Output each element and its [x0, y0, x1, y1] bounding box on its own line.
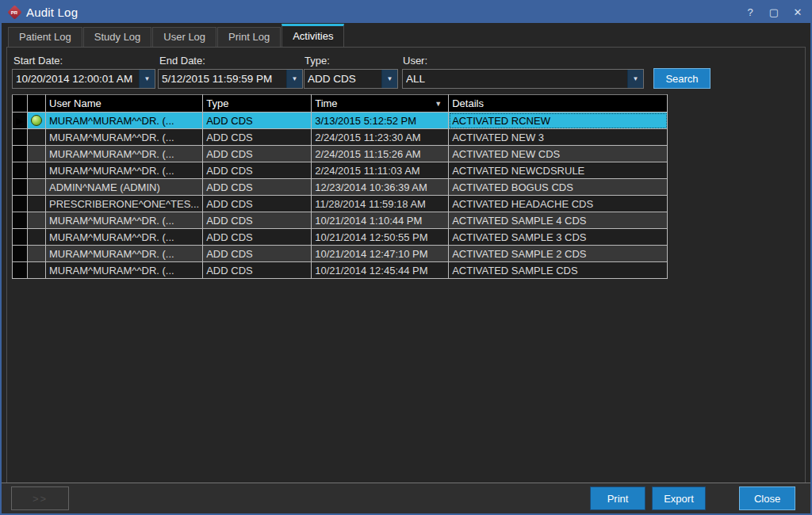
app-icon-badge: PR	[11, 10, 17, 15]
cell-type[interactable]: ADD CDS	[203, 179, 312, 196]
table-row[interactable]: ▶ MURAM^MURAM^^DR. (... ADD CDS 3/13/201…	[13, 113, 668, 129]
row-header-cell	[13, 246, 28, 262]
table-row[interactable]: MURAM^MURAM^^DR. (... ADD CDS 10/21/2014…	[13, 246, 668, 262]
row-header-cell	[13, 179, 28, 196]
cell-time[interactable]: 2/24/2015 11:23:30 AM	[312, 129, 449, 146]
footer-bar: >> Print Export Close	[2, 483, 810, 513]
type-select: ▼	[304, 69, 398, 89]
user-input[interactable]	[403, 70, 627, 88]
cell-user-name[interactable]: ADMIN^NAME (ADMIN)	[46, 179, 203, 196]
row-icon-cell	[28, 212, 46, 229]
current-row-arrow-icon: ▶	[16, 115, 24, 127]
title-bar: PR Audit Log ? ▢ ✕	[2, 2, 810, 23]
cell-details[interactable]: ACTIVATED SAMPLE CDS	[449, 262, 668, 279]
type-input[interactable]	[304, 70, 381, 88]
start-date-input[interactable]	[13, 70, 139, 88]
time-header-label: Time	[315, 97, 435, 109]
cell-time[interactable]: 3/13/2015 5:12:52 PM	[312, 113, 449, 129]
cell-user-name[interactable]: MURAM^MURAM^^DR. (...	[46, 113, 203, 129]
cell-type[interactable]: ADD CDS	[203, 146, 312, 162]
column-header-type[interactable]: Type	[203, 95, 312, 113]
table-row[interactable]: PRESCRIBERONE^ONE^TES... ADD CDS 11/28/2…	[13, 196, 668, 212]
row-icon-cell	[28, 229, 46, 246]
user-chevron-down-icon[interactable]: ▼	[627, 70, 643, 88]
end-date-label: End Date:	[159, 55, 205, 67]
audit-log-window: PR Audit Log ? ▢ ✕ Patient Log Study Log…	[0, 0, 812, 515]
maximize-icon[interactable]: ▢	[768, 7, 780, 17]
grid-header-row: User Name Type Time ▼ Details	[13, 95, 668, 113]
cell-time[interactable]: 10/21/2014 12:50:55 PM	[312, 229, 449, 246]
column-header-user-name[interactable]: User Name	[46, 95, 203, 113]
close-button[interactable]: Close	[739, 486, 795, 510]
cell-user-name[interactable]: MURAM^MURAM^^DR. (...	[46, 162, 203, 179]
end-date-input[interactable]	[159, 70, 286, 88]
row-header-cell	[13, 162, 28, 179]
row-header-cell: ▶	[13, 113, 28, 129]
audit-grid: User Name Type Time ▼ Details ▶ MURAM^MU…	[12, 94, 668, 279]
tab-print-log[interactable]: Print Log	[217, 27, 281, 47]
table-row[interactable]: MURAM^MURAM^^DR. (... ADD CDS 10/21/2014…	[13, 262, 668, 279]
row-icon-cell	[28, 146, 46, 162]
cell-details[interactable]: ACTIVATED RCNEW	[449, 113, 668, 129]
expand-button[interactable]: >>	[11, 486, 69, 510]
export-button[interactable]: Export	[652, 486, 706, 510]
table-row[interactable]: MURAM^MURAM^^DR. (... ADD CDS 2/24/2015 …	[13, 162, 668, 179]
cell-type[interactable]: ADD CDS	[203, 246, 312, 262]
tab-activities[interactable]: Activities	[282, 24, 344, 47]
type-label: Type:	[304, 55, 330, 67]
row-header-cell	[13, 146, 28, 162]
activities-tab-panel: Start Date: End Date: Type: User: ▼ ▼ ▼ …	[6, 47, 806, 483]
cell-user-name[interactable]: MURAM^MURAM^^DR. (...	[46, 262, 203, 279]
window-controls: ? ▢ ✕	[744, 7, 804, 17]
cell-type[interactable]: ADD CDS	[203, 113, 312, 129]
column-header-time[interactable]: Time ▼	[312, 95, 449, 113]
cell-details[interactable]: ACTIVATED SAMPLE 4 CDS	[449, 212, 668, 229]
close-icon[interactable]: ✕	[791, 7, 804, 17]
search-button[interactable]: Search	[653, 68, 710, 89]
cell-type[interactable]: ADD CDS	[203, 129, 312, 146]
cell-type[interactable]: ADD CDS	[203, 212, 312, 229]
cell-user-name[interactable]: PRESCRIBERONE^ONE^TES...	[46, 196, 203, 212]
cell-user-name[interactable]: MURAM^MURAM^^DR. (...	[46, 246, 203, 262]
cell-time[interactable]: 12/23/2014 10:36:39 AM	[312, 179, 449, 196]
cell-user-name[interactable]: MURAM^MURAM^^DR. (...	[46, 229, 203, 246]
tab-user-log[interactable]: User Log	[152, 27, 216, 47]
table-row[interactable]: MURAM^MURAM^^DR. (... ADD CDS 2/24/2015 …	[13, 146, 668, 162]
cell-type[interactable]: ADD CDS	[203, 229, 312, 246]
cell-details[interactable]: ACTIVATED HEADACHE CDS	[449, 196, 668, 212]
cell-time[interactable]: 2/24/2015 11:15:26 AM	[312, 146, 449, 162]
cell-user-name[interactable]: MURAM^MURAM^^DR. (...	[46, 129, 203, 146]
cell-user-name[interactable]: MURAM^MURAM^^DR. (...	[46, 146, 203, 162]
cell-time[interactable]: 11/28/2014 11:59:18 AM	[312, 196, 449, 212]
help-icon[interactable]: ?	[744, 7, 756, 17]
table-row[interactable]: MURAM^MURAM^^DR. (... ADD CDS 10/21/2014…	[13, 212, 668, 229]
cell-details[interactable]: ACTIVATED BOGUS CDS	[449, 179, 668, 196]
cell-details[interactable]: ACTIVATED SAMPLE 2 CDS	[449, 246, 668, 262]
cell-user-name[interactable]: MURAM^MURAM^^DR. (...	[46, 212, 203, 229]
print-button[interactable]: Print	[590, 486, 645, 510]
cell-type[interactable]: ADD CDS	[203, 162, 312, 179]
table-row[interactable]: MURAM^MURAM^^DR. (... ADD CDS 10/21/2014…	[13, 229, 668, 246]
table-row[interactable]: ADMIN^NAME (ADMIN) ADD CDS 12/23/2014 10…	[13, 179, 668, 196]
type-chevron-down-icon[interactable]: ▼	[381, 70, 397, 88]
row-icon-cell	[28, 262, 46, 279]
cell-type[interactable]: ADD CDS	[203, 262, 312, 279]
icon-column-header	[28, 95, 46, 113]
start-date-picker: ▼	[12, 69, 155, 89]
tab-patient-log[interactable]: Patient Log	[8, 27, 82, 47]
tab-study-log[interactable]: Study Log	[83, 27, 152, 47]
cell-time[interactable]: 10/21/2014 12:47:10 PM	[312, 246, 449, 262]
cell-details[interactable]: ACTIVATED SAMPLE 3 CDS	[449, 229, 668, 246]
cell-time[interactable]: 10/21/2014 1:10:44 PM	[312, 212, 449, 229]
table-row[interactable]: MURAM^MURAM^^DR. (... ADD CDS 2/24/2015 …	[13, 129, 668, 146]
cell-time[interactable]: 10/21/2014 12:45:44 PM	[312, 262, 449, 279]
end-date-chevron-down-icon[interactable]: ▼	[286, 70, 302, 88]
cell-details[interactable]: ACTIVATED NEW 3	[449, 129, 668, 146]
user-label: User:	[403, 55, 427, 67]
cell-details[interactable]: ACTIVATED NEWCDSRULE	[449, 162, 668, 179]
start-date-chevron-down-icon[interactable]: ▼	[139, 70, 155, 88]
cell-details[interactable]: ACTIVATED NEW CDS	[449, 146, 668, 162]
cell-type[interactable]: ADD CDS	[203, 196, 312, 212]
cell-time[interactable]: 2/24/2015 11:11:03 AM	[312, 162, 449, 179]
column-header-details[interactable]: Details	[449, 95, 668, 113]
